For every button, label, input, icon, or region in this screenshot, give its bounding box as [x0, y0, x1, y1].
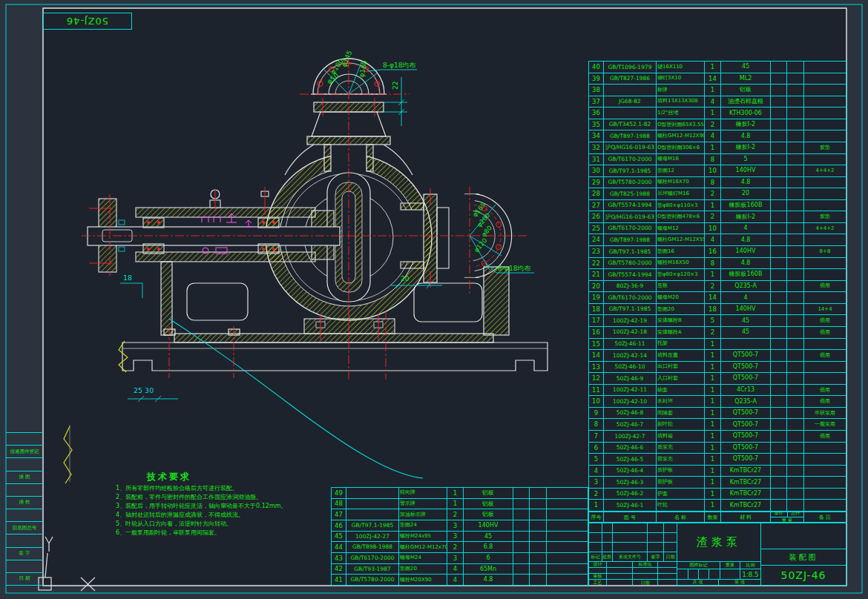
sig-date: 日期 [632, 579, 657, 586]
bom-cell: 4 [447, 564, 464, 575]
bom-cell [771, 177, 787, 188]
bom-cell: 45 [721, 327, 771, 338]
bom-cell [771, 419, 787, 430]
bom-cell [804, 466, 846, 477]
margin-cell [6, 483, 43, 496]
bom-cell [547, 564, 588, 575]
rev-cell [588, 532, 602, 542]
bom-cell: 10 [589, 396, 604, 407]
bom-cell: 1 [705, 107, 721, 119]
bom-cell: 46 [332, 520, 346, 531]
bom-row: 29GB/T5780-2000螺栓M16X7084.8 [589, 176, 846, 188]
rev-cell [612, 542, 647, 552]
bom-cell: 4 [447, 575, 464, 585]
bom-cell: 23 [589, 246, 604, 257]
bom-cell: 垫圈20 [657, 304, 705, 315]
bom-row: 47加油标示牌2铝板 [332, 509, 588, 520]
bom-cell: 44 [332, 542, 346, 552]
bom-header-total-weight: 总计 [788, 512, 804, 517]
bom-cell: GB/T6170-2000 [346, 553, 399, 563]
bom-cell: 5 [721, 154, 771, 165]
bom-cell: 橡胶I-2 [721, 211, 771, 222]
bom-cell [787, 292, 804, 303]
bom-cell [787, 339, 804, 350]
rev-cell [663, 532, 677, 542]
bom-row: 26沪Q/HG16-019-63O型密封圈478×62橡胶I-2胶垫 [589, 211, 846, 222]
bom-cell [804, 188, 846, 199]
bom-cell: 1 [705, 477, 721, 488]
bom-cell: 4.8 [721, 234, 771, 245]
bom-cell: GB/T97.1-1985 [604, 304, 657, 315]
bom-cell: 橡胶I-2 [721, 142, 771, 153]
bom-cell: 1 [705, 339, 721, 350]
bom-header-name: 名 称 [657, 512, 705, 522]
bom-cell: 22 [589, 258, 604, 269]
bom-cell: 胶垫 [804, 142, 846, 153]
bom-cell: 4.8 [721, 177, 771, 188]
bom-cell: 1 [705, 431, 721, 442]
bom-header-unit-weight: 单件 [771, 512, 788, 517]
scale-value: 1:8.5 [740, 569, 761, 580]
bom-cell [787, 304, 804, 315]
cad-viewport[interactable]: φ50 φ100 φ145 φ180 8-φ18均布 22 [0, 0, 868, 599]
revision-table: 标记 处数 更改文件号 签字 日期 [588, 523, 677, 561]
bom-cell [804, 85, 846, 96]
bom-cell: 50ZJ-46-4 [604, 466, 657, 477]
rev-cell [612, 523, 647, 532]
bom-cell [547, 532, 588, 542]
sig-cell [606, 567, 632, 573]
bom-cell [547, 575, 588, 585]
bom-cell: 140HV [721, 246, 771, 257]
bom-row: 38标牌1铝板 [589, 84, 846, 96]
bom-cell: GB/T897-1988 [604, 234, 657, 245]
bom-row: 2080ZJ-36-9压板2Q235-A借用 [589, 280, 846, 292]
drawing-number: 50ZJ-46 [760, 565, 846, 586]
bom-cell: GB/T3452.1-82 [604, 119, 657, 130]
bom-cell: 螺栓M16X50 [657, 258, 705, 269]
rev-cell [612, 532, 647, 542]
bom-cell: 14+4 [804, 304, 846, 315]
bom-cell: 8+8 [804, 246, 846, 257]
bom-row: 22GB/T5780-2000螺栓M16X5084.8 [589, 257, 846, 269]
bom-cell: GB/T97.1-1985 [346, 520, 399, 531]
stamp-cell [677, 569, 688, 580]
bom-cell: 托架 [657, 339, 705, 350]
bom-cell: 42 [332, 564, 346, 575]
bom-cell: 2 [589, 489, 604, 500]
bom-cell: 1 [705, 85, 721, 96]
bom-cell: 4+4+2 [804, 223, 846, 234]
bom-cell [787, 154, 804, 165]
sig-design: 设计 [588, 561, 606, 567]
product-name: 渣浆泵 [677, 523, 761, 562]
bom-cell [530, 553, 547, 563]
bom-cell: 47 [332, 509, 346, 520]
bom-cell [346, 509, 399, 520]
bom-cell: 21 [589, 269, 604, 280]
bom-cell: 1 [705, 454, 721, 465]
bom-row: 45100ZJ-42-27螺栓M24x95345 [332, 531, 588, 542]
sig-cell [657, 561, 677, 567]
bom-cell: QT500-7 [721, 408, 771, 419]
sig-cell [606, 579, 632, 586]
bom-cell [547, 542, 588, 552]
bom-cell: 螺栓M24x95 [399, 532, 447, 542]
bom-cell: 间隔套 [657, 408, 705, 419]
bom-cell: 45 [464, 532, 513, 542]
margin-cell [6, 509, 43, 521]
bom-cell: 38 [589, 85, 604, 96]
bom-cell: 前泵壳 [657, 454, 705, 465]
bom-row: 23GB/T97.1-1985垫圈1616140HV8+8 [589, 245, 846, 257]
bom-cell [804, 373, 846, 384]
bom-cell: Q235-A [721, 281, 771, 292]
bom-cell: 4Cr13 [721, 385, 771, 396]
bom-header-weight: 单件 总计 重 量 [771, 512, 804, 522]
bom-cell: 100ZJ-42-14 [604, 350, 657, 361]
bom-cell: 油浸石棉盘根 [721, 96, 771, 107]
bom-cell [804, 119, 846, 130]
bom-cell: GB/T5574-1994 [604, 200, 657, 211]
bom-cell: 入口衬套 [657, 373, 705, 384]
bom-cell: 34 [589, 130, 604, 142]
bom-row: 11100ZJ-42-11轴套14Cr13借用 [589, 384, 846, 396]
bom-cell [547, 520, 588, 531]
bom-cell: 80ZJ-36-9 [604, 281, 657, 292]
